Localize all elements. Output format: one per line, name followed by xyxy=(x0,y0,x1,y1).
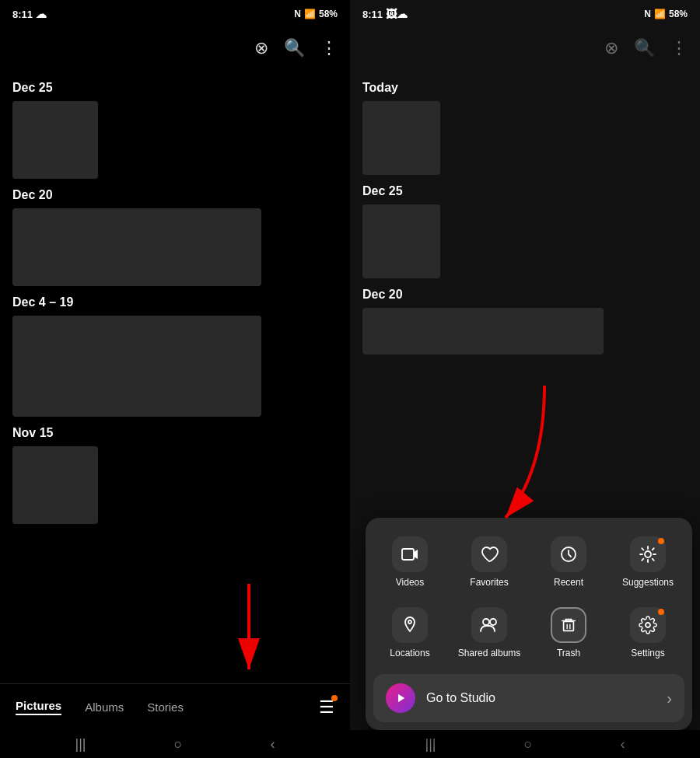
right-date-dec25: Dec 25 xyxy=(362,184,688,198)
trash-icon xyxy=(551,607,586,643)
svg-point-16 xyxy=(490,619,496,625)
right-status-right: N 📶 58% xyxy=(644,9,688,19)
right-n-icon: N xyxy=(644,9,651,19)
more-icon[interactable]: ⋮ xyxy=(320,38,338,58)
shared-albums-label: Shared albums xyxy=(458,648,521,660)
svg-line-13 xyxy=(653,548,654,550)
right-photo-dec25 xyxy=(362,204,440,278)
right-status-bar: 8:11 🖼☁ N 📶 58% xyxy=(350,0,700,28)
menu-notification-dot xyxy=(331,695,338,701)
svg-rect-17 xyxy=(564,622,574,631)
right-status-left: 8:11 🖼☁ xyxy=(362,8,408,20)
right-photo-dec20 xyxy=(362,308,604,355)
locations-label: Locations xyxy=(390,648,429,660)
svg-line-12 xyxy=(642,558,643,560)
search-icon[interactable]: 🔍 xyxy=(284,38,305,58)
settings-dot xyxy=(658,609,664,615)
svg-point-15 xyxy=(483,619,489,625)
right-signal-icons: 📶 xyxy=(654,9,666,19)
nav-menu-button[interactable]: ☰ xyxy=(319,697,334,718)
left-status-right: N 📶 58% xyxy=(294,9,338,19)
popup-menu: Videos Favorites Rece xyxy=(366,518,692,730)
settings-label: Settings xyxy=(631,648,664,660)
studio-chevron-icon: › xyxy=(667,690,672,707)
recent-icon xyxy=(551,536,586,572)
right-more-icon[interactable]: ⋮ xyxy=(670,38,688,58)
nav-albums[interactable]: Albums xyxy=(85,700,124,714)
gesture-home: ○ xyxy=(174,736,183,753)
suggestions-icon xyxy=(630,536,666,572)
suggestions-dot xyxy=(658,538,664,544)
popup-item-shared-albums[interactable]: Shared albums xyxy=(453,601,526,666)
right-battery: 58% xyxy=(669,9,688,19)
left-top-bar: ⊗ 🔍 ⋮ xyxy=(0,28,350,68)
favorites-icon xyxy=(471,536,507,572)
right-cloud-off-icon[interactable]: ⊗ xyxy=(604,38,618,58)
gesture-recents: ||| xyxy=(75,736,86,753)
cloud-off-icon[interactable]: ⊗ xyxy=(254,38,268,58)
photo-dec20 xyxy=(12,208,261,286)
trash-label: Trash xyxy=(557,648,580,660)
left-signal-icons: 📶 xyxy=(304,9,316,19)
gesture-back: ‹ xyxy=(270,736,275,753)
right-notif-icon: 🖼☁ xyxy=(386,8,408,20)
left-panel: 8:11 ☁ N 📶 58% ⊗ 🔍 ⋮ Dec 25 Dec 20 Dec 4… xyxy=(0,0,350,758)
left-weather-icon: ☁ xyxy=(36,8,47,20)
recent-label: Recent xyxy=(554,577,583,589)
left-battery: 58% xyxy=(319,9,338,19)
right-top-bar: ⊗ 🔍 ⋮ xyxy=(350,28,700,68)
svg-rect-3 xyxy=(402,549,414,560)
right-search-icon[interactable]: 🔍 xyxy=(634,38,655,58)
popup-item-favorites[interactable]: Favorites xyxy=(453,530,526,596)
popup-item-suggestions[interactable]: Suggestions xyxy=(611,530,684,596)
svg-line-10 xyxy=(642,548,643,550)
popup-item-locations[interactable]: Locations xyxy=(373,601,446,666)
photo-nov15 xyxy=(12,446,98,524)
popup-item-trash[interactable]: Trash xyxy=(532,601,605,666)
right-gesture-back: ‹ xyxy=(620,736,625,753)
date-dec4-19: Dec 4 – 19 xyxy=(12,295,338,309)
favorites-label: Favorites xyxy=(470,577,508,589)
videos-label: Videos xyxy=(396,577,424,589)
svg-point-14 xyxy=(408,620,411,624)
date-nov15: Nov 15 xyxy=(12,426,338,440)
svg-line-11 xyxy=(653,558,654,560)
right-gesture-bar: ||| ○ ‹ xyxy=(350,730,700,758)
settings-icon xyxy=(630,607,666,643)
right-time: 8:11 xyxy=(362,9,383,20)
left-status-left: 8:11 ☁ xyxy=(12,8,47,20)
nav-pictures[interactable]: Pictures xyxy=(16,699,61,715)
left-time: 8:11 xyxy=(12,9,33,20)
studio-label: Go to Studio xyxy=(426,691,656,705)
suggestions-label: Suggestions xyxy=(622,577,674,589)
videos-icon xyxy=(392,536,428,572)
right-date-today: Today xyxy=(362,81,688,95)
right-photo-today xyxy=(362,101,440,175)
right-date-dec20: Dec 20 xyxy=(362,288,688,302)
left-n-icon: N xyxy=(294,9,301,19)
right-gesture-home: ○ xyxy=(524,736,533,753)
left-status-bar: 8:11 ☁ N 📶 58% xyxy=(0,0,350,28)
studio-icon xyxy=(386,683,415,713)
right-panel: 8:11 🖼☁ N 📶 58% ⊗ 🔍 ⋮ Today Dec 25 Dec 2… xyxy=(350,0,700,758)
locations-icon xyxy=(392,607,428,643)
left-photo-content: Dec 25 Dec 20 Dec 4 – 19 Nov 15 xyxy=(0,68,350,683)
svg-point-20 xyxy=(646,623,650,627)
popup-item-videos[interactable]: Videos xyxy=(373,530,446,596)
photo-dec4-19 xyxy=(12,316,261,417)
left-gesture-bar: ||| ○ ‹ xyxy=(0,730,350,758)
date-dec20: Dec 20 xyxy=(12,188,338,202)
studio-button[interactable]: Go to Studio › xyxy=(373,674,684,722)
svg-point-5 xyxy=(645,551,651,557)
popup-grid: Videos Favorites Rece xyxy=(373,530,684,666)
date-dec25: Dec 25 xyxy=(12,81,338,95)
shared-albums-icon xyxy=(471,607,507,643)
photo-dec25 xyxy=(12,101,98,179)
right-gesture-recents: ||| xyxy=(425,736,436,753)
nav-stories[interactable]: Stories xyxy=(147,700,184,714)
left-bottom-nav: Pictures Albums Stories ☰ xyxy=(0,683,350,730)
popup-item-settings[interactable]: Settings xyxy=(611,601,684,666)
popup-item-recent[interactable]: Recent xyxy=(532,530,605,596)
